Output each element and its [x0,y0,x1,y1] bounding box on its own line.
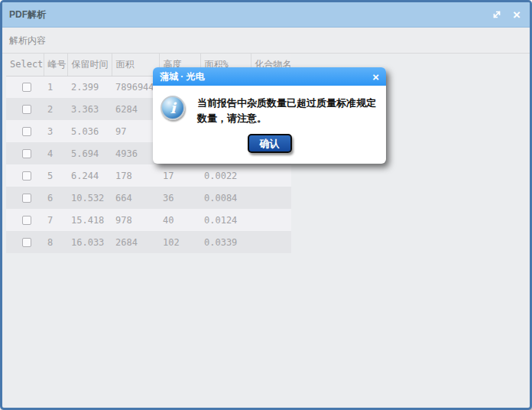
cell-area-pct: 0.0084 [200,187,251,209]
cell-area: 178 [112,164,159,187]
cell-area: 664 [112,187,159,209]
panel-title: 解析内容 [2,28,530,54]
row-checkbox[interactable] [22,149,31,158]
cell-area: 2684 [112,231,159,253]
info-icon-glyph: i [170,101,175,116]
col-area: 面积 [112,54,159,76]
cell-peak: 5 [44,164,67,187]
cell-retention-time: 5.694 [67,142,112,164]
info-icon: i [161,96,185,120]
cell-retention-time: 16.033 [67,231,112,253]
dialog-close-icon[interactable]: × [372,71,379,83]
window-controls: × [491,8,521,21]
cell-peak: 1 [44,76,67,98]
window-title: PDF解析 [9,8,46,21]
table-row[interactable]: 5 6.244 178 17 0.0022 [6,164,291,187]
row-checkbox[interactable] [22,127,31,136]
cell-area: 978 [112,209,159,231]
cell-retention-time: 10.532 [67,187,112,209]
window-titlebar[interactable]: PDF解析 × [2,2,530,28]
col-retention-time: 保留时间 [67,54,112,76]
cell-peak: 2 [44,98,67,120]
table-row[interactable]: 8 16.033 2684 102 0.0339 [6,231,291,253]
close-icon[interactable]: × [513,8,521,21]
table-row[interactable]: 6 10.532 664 36 0.0084 [6,187,291,209]
cell-peak: 4 [44,142,67,164]
cell-compound [251,209,291,231]
cell-area-pct: 0.0339 [200,231,251,253]
row-checkbox[interactable] [22,194,31,203]
cell-retention-time: 6.244 [67,164,112,187]
cell-height: 40 [159,209,200,231]
cell-height: 17 [159,164,200,187]
pdf-parse-window: PDF解析 × 解析内容 Select 峰号 保留时间 面积 高度 面积% 化合… [0,0,532,410]
cell-area: 7896944 [112,76,159,98]
dialog-title: 蒲城 · 光电 [160,70,205,83]
cell-peak: 6 [44,187,67,209]
cell-peak: 3 [44,120,67,142]
cell-compound [251,231,291,253]
col-select: Select [6,54,44,76]
cell-retention-time: 5.036 [67,120,112,142]
row-checkbox[interactable] [22,216,31,225]
cell-height: 36 [159,187,200,209]
cell-area-pct: 0.0022 [200,164,251,187]
cell-height: 102 [159,231,200,253]
col-peak: 峰号 [44,54,67,76]
cell-retention-time: 2.399 [67,76,112,98]
dialog-message: 当前报告中杂质数量已超过质量标准规定数量，请注意。 [197,96,378,125]
expand-icon[interactable] [491,9,502,20]
row-checkbox[interactable] [22,171,31,181]
cell-compound [251,164,291,187]
cell-retention-time: 15.418 [67,209,112,231]
cell-area-pct: 0.0124 [200,209,251,231]
row-checkbox[interactable] [22,238,31,247]
cell-area: 4936 [112,142,159,164]
cell-area: 6284 [112,98,159,120]
alert-dialog: 蒲城 · 光电 × i 当前报告中杂质数量已超过质量标准规定数量，请注意。 确认 [153,67,386,164]
confirm-button[interactable]: 确认 [248,134,292,153]
cell-retention-time: 3.363 [67,98,112,120]
table-row[interactable]: 7 15.418 978 40 0.0124 [6,209,291,231]
row-checkbox[interactable] [22,83,31,92]
dialog-titlebar[interactable]: 蒲城 · 光电 × [153,67,386,86]
cell-compound [251,187,291,209]
dialog-body: i 当前报告中杂质数量已超过质量标准规定数量，请注意。 确认 [153,86,386,164]
cell-peak: 8 [44,231,67,253]
cell-peak: 7 [44,209,67,231]
cell-area: 97 [112,120,159,142]
row-checkbox[interactable] [22,105,31,114]
